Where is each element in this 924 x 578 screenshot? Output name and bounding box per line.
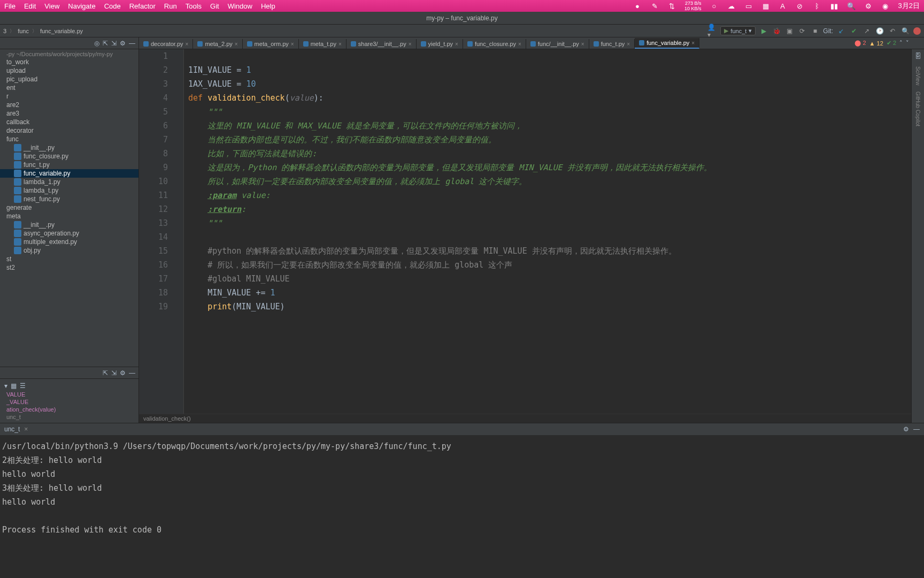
search-icon[interactable]: 🔍: [900, 26, 910, 36]
input-icon[interactable]: A: [779, 2, 787, 10]
line-gutter[interactable]: 12345678910111213141516171819: [139, 49, 176, 414]
code-line[interactable]: 所以，如果我们一定要在函数内部改变全局变量的值，就必须加上 global 这个关…: [188, 174, 924, 188]
line-number[interactable]: 14: [139, 230, 168, 244]
tree-file[interactable]: lambda_t.py: [0, 186, 138, 195]
code-line[interactable]: """: [188, 105, 924, 119]
code-line[interactable]: # 所以，如果我们一定要在函数内部改变全局变量的值，就必须加上 global 这…: [188, 258, 924, 272]
structure-settings-icon[interactable]: ⚙: [120, 369, 126, 377]
circle-icon[interactable]: ○: [710, 2, 719, 10]
sidebar-collapse-icon[interactable]: ⇲: [111, 40, 117, 47]
close-icon[interactable]: ×: [24, 425, 28, 433]
tree-file[interactable]: obj.py: [0, 246, 138, 255]
add-user-icon[interactable]: 👤▾: [707, 26, 717, 36]
structure-item[interactable]: unc_t: [2, 413, 136, 421]
profile-button[interactable]: ⟳: [797, 26, 807, 36]
stop-button[interactable]: ■: [810, 26, 820, 36]
structure-group-icon[interactable]: ☰: [20, 382, 26, 390]
code-line[interactable]: :return:: [188, 202, 924, 216]
line-number[interactable]: 11: [139, 188, 168, 202]
close-icon[interactable]: ×: [518, 41, 521, 47]
project-tree[interactable]: -py ~/Documents/work/projects/py/my-py t…: [0, 49, 138, 367]
line-number[interactable]: 8: [139, 147, 168, 161]
structure-sort-icon[interactable]: ▾: [4, 382, 7, 390]
code-line[interactable]: print(MIN_VALUE): [188, 300, 924, 314]
error-count[interactable]: ⬤ 2: [854, 40, 866, 47]
close-icon[interactable]: ×: [235, 41, 238, 47]
warning-count[interactable]: ▲ 12: [869, 40, 883, 47]
line-number[interactable]: 13: [139, 216, 168, 230]
code-line[interactable]: #global MIN_VALUE: [188, 272, 924, 286]
sciview-tab[interactable]: SciView: [915, 66, 921, 85]
battery-icon[interactable]: ▮▮: [830, 2, 838, 10]
git-commit-icon[interactable]: ✔: [849, 26, 859, 36]
ide-notification-icon[interactable]: [913, 27, 921, 35]
git-revert-icon[interactable]: ↶: [888, 26, 897, 36]
structure-collapse-icon[interactable]: ⇲: [111, 369, 117, 377]
bluetooth-icon[interactable]: ᛒ: [813, 2, 821, 10]
line-number[interactable]: 4: [139, 91, 168, 105]
menu-refactor[interactable]: Refactor: [129, 2, 156, 10]
code-line[interactable]: [188, 49, 924, 63]
code-line[interactable]: 这是因为，Python 的解释器会默认函数内部的变量为局部变量，但是又发现局部变…: [188, 161, 924, 174]
close-icon[interactable]: ×: [338, 41, 342, 47]
code-line[interactable]: def validation_check(value):: [188, 91, 924, 105]
console-output[interactable]: /usr/local/bin/python3.9 /Users/topwqp/D…: [0, 435, 924, 578]
run-button[interactable]: ▶: [759, 26, 768, 36]
code-line[interactable]: 1AX_VALUE = 10: [188, 77, 924, 91]
editor-tab[interactable]: meta_2.py×: [193, 39, 242, 49]
structure-item[interactable]: ation_check(value): [2, 406, 136, 413]
run-config-dropdown[interactable]: ▶ func_t ▾: [720, 26, 756, 35]
line-number[interactable]: 2: [139, 63, 168, 77]
menu-code[interactable]: Code: [104, 2, 121, 10]
toolwindow-settings-icon[interactable]: ⚙: [903, 425, 909, 433]
editor-tab[interactable]: share3/__init__.py×: [346, 39, 417, 49]
menu-file[interactable]: File: [4, 2, 16, 10]
editor-tab[interactable]: decorator.py×: [139, 39, 193, 49]
tree-file[interactable]: nest_func.py: [0, 195, 138, 203]
tree-file[interactable]: __init__.py: [0, 143, 138, 152]
line-number[interactable]: 16: [139, 258, 168, 272]
structure-filter-icon[interactable]: ▦: [11, 382, 17, 390]
line-number[interactable]: 10: [139, 174, 168, 188]
menu-view[interactable]: View: [44, 2, 59, 10]
code-line[interactable]: #python 的解释器会默认函数内部的变量为局部变量，但是又发现局部变量 MI…: [188, 244, 924, 258]
editor-tab[interactable]: func_variable.py×: [635, 38, 699, 49]
editor-tab[interactable]: func_closure.py×: [463, 39, 526, 49]
code-content[interactable]: 1IN_VALUE = 11AX_VALUE = 10def validatio…: [184, 49, 924, 414]
ok-count[interactable]: ✔ 2: [887, 40, 896, 47]
line-number[interactable]: 12: [139, 202, 168, 216]
code-line[interactable]: MIN_VALUE += 1: [188, 286, 924, 300]
tree-file[interactable]: func_t.py: [0, 161, 138, 169]
close-icon[interactable]: ×: [627, 41, 630, 47]
close-icon[interactable]: ×: [291, 41, 294, 47]
toolwindow-hide-icon[interactable]: —: [913, 425, 920, 433]
screens-icon[interactable]: ▭: [744, 2, 753, 10]
pen-icon[interactable]: ✎: [650, 2, 659, 10]
tree-file[interactable]: multiple_extend.py: [0, 238, 138, 246]
close-icon[interactable]: ×: [691, 40, 695, 46]
database-icon[interactable]: 🗄: [915, 52, 921, 60]
close-icon[interactable]: ×: [455, 41, 458, 47]
line-number[interactable]: 3: [139, 77, 168, 91]
code-line[interactable]: [188, 230, 924, 244]
line-number[interactable]: 1: [139, 49, 168, 63]
record-icon[interactable]: ●: [633, 2, 642, 10]
mute-icon[interactable]: ⊘: [796, 2, 804, 10]
siri-icon[interactable]: ◉: [881, 2, 890, 10]
menu-git[interactable]: Git: [210, 2, 219, 10]
tree-folder[interactable]: are2: [0, 101, 138, 109]
spotlight-icon[interactable]: 🔍: [847, 2, 856, 10]
calendar-icon[interactable]: ▦: [761, 2, 770, 10]
tree-file[interactable]: lambda_1.py: [0, 178, 138, 186]
tree-folder[interactable]: to_work: [0, 58, 138, 66]
structure-item[interactable]: VALUE: [2, 391, 136, 398]
line-number[interactable]: 18: [139, 286, 168, 300]
chevron-up-icon[interactable]: ˄: [899, 40, 903, 47]
copilot-tab[interactable]: GitHub Copilot: [915, 92, 921, 126]
code-line[interactable]: 当然在函数内部也是可以的。不过，我们不能在函数内部随意改变全局变量的值。: [188, 133, 924, 147]
code-line[interactable]: """: [188, 216, 924, 230]
breadcrumb[interactable]: 3 func func_variable.py: [3, 27, 83, 35]
editor-tab[interactable]: func/__init__.py×: [526, 39, 589, 49]
menu-window[interactable]: Window: [228, 2, 252, 10]
control-center-icon[interactable]: ⚙: [864, 2, 873, 10]
